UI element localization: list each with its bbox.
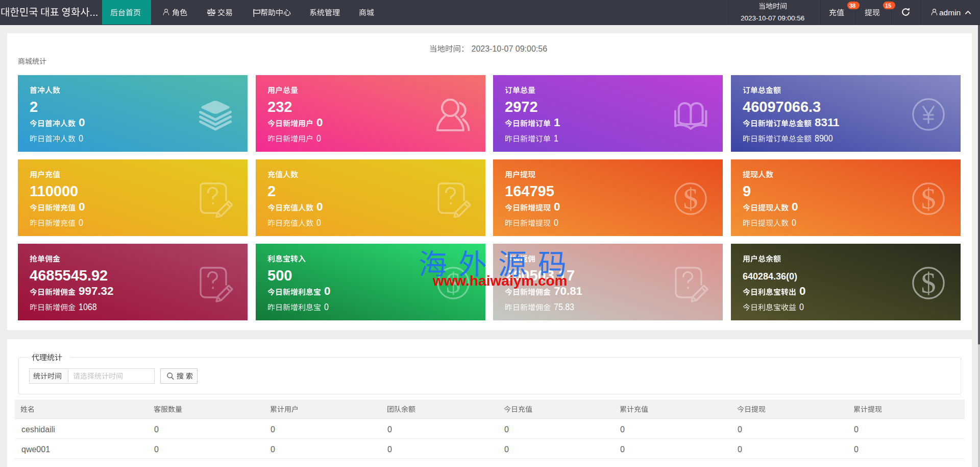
svg-text:0: 0: [316, 116, 323, 129]
svg-text:0: 0: [738, 445, 742, 454]
svg-text:500: 500: [267, 267, 292, 284]
svg-text:110000: 110000: [30, 183, 78, 199]
svg-text:0: 0: [854, 445, 859, 454]
svg-text:0: 0: [154, 445, 159, 454]
svg-text:1: 1: [554, 116, 560, 129]
svg-text:2: 2: [267, 183, 276, 199]
svg-text:0: 0: [316, 200, 323, 213]
svg-text:0: 0: [316, 133, 321, 144]
svg-text:0: 0: [79, 133, 83, 144]
svg-text:0: 0: [738, 425, 742, 434]
svg-text:8900: 8900: [815, 133, 833, 144]
svg-text:0: 0: [316, 218, 321, 228]
svg-text:ceshidaili: ceshidaili: [21, 425, 55, 434]
svg-text:0: 0: [79, 116, 85, 129]
svg-text:2023-10-07 09:00:56: 2023-10-07 09:00:56: [741, 14, 804, 22]
svg-text:0: 0: [504, 445, 509, 454]
svg-text:1068: 1068: [79, 302, 97, 312]
svg-text:9: 9: [743, 183, 751, 199]
svg-text:2: 2: [30, 99, 38, 115]
svg-text:0: 0: [554, 200, 560, 213]
svg-text:8311: 8311: [815, 116, 840, 129]
svg-text:$: $: [683, 182, 698, 215]
svg-text:qwe001: qwe001: [21, 445, 50, 454]
svg-text:0: 0: [620, 445, 625, 454]
svg-text:0: 0: [324, 285, 330, 297]
svg-text:0: 0: [854, 425, 859, 434]
svg-text:232: 232: [267, 99, 292, 115]
svg-text:640284.36(0): 640284.36(0): [743, 271, 797, 282]
svg-text:46097066.3: 46097066.3: [743, 99, 821, 115]
svg-text:0: 0: [799, 302, 804, 312]
svg-text:164795: 164795: [505, 183, 554, 199]
svg-text:0: 0: [154, 425, 159, 434]
svg-text:2023-10-07 09:00:56: 2023-10-07 09:00:56: [471, 44, 547, 53]
svg-text:admin: admin: [939, 8, 961, 17]
svg-text:0: 0: [554, 218, 558, 228]
svg-text:4685545.92: 4685545.92: [30, 267, 108, 284]
svg-text:www.haiwaiym.com: www.haiwaiym.com: [433, 273, 567, 289]
svg-text:0: 0: [504, 425, 509, 434]
svg-text:0: 0: [271, 445, 275, 454]
svg-text:0: 0: [792, 200, 798, 213]
svg-text:2972: 2972: [505, 99, 538, 115]
svg-text:0: 0: [324, 302, 329, 312]
svg-text:0: 0: [79, 218, 83, 228]
svg-text:0: 0: [387, 445, 392, 454]
svg-text:997.32: 997.32: [79, 285, 113, 297]
svg-text:0: 0: [271, 425, 275, 434]
svg-text:38: 38: [849, 3, 855, 9]
svg-text:0: 0: [387, 425, 392, 434]
svg-text:1: 1: [554, 133, 558, 144]
svg-text:75.83: 75.83: [554, 302, 574, 312]
svg-text:0: 0: [792, 218, 796, 228]
svg-text:0: 0: [79, 200, 85, 213]
svg-text:$: $: [921, 267, 936, 299]
svg-text:0: 0: [620, 425, 625, 434]
svg-text:15: 15: [885, 3, 891, 9]
svg-text:0: 0: [799, 285, 805, 297]
svg-text:$: $: [921, 182, 936, 215]
svg-text:...: ...: [90, 7, 99, 18]
